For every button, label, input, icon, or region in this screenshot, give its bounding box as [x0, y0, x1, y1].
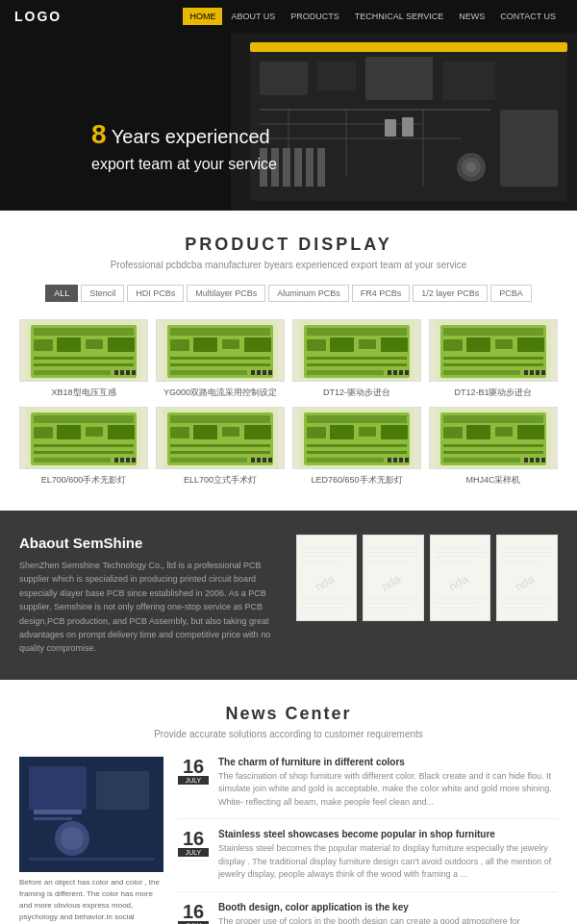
hero-years: 8 — [91, 119, 107, 149]
cert-item: nda — [296, 535, 358, 621]
svg-rect-130 — [443, 444, 543, 447]
filter-tab[interactable]: Stencil — [81, 285, 124, 302]
svg-rect-19 — [283, 148, 290, 187]
svg-rect-45 — [244, 337, 271, 352]
product-item: ELL700立式手术灯 — [156, 407, 285, 487]
svg-point-179 — [61, 827, 84, 850]
filter-tab[interactable]: PCBA — [490, 285, 532, 302]
svg-rect-129 — [517, 425, 544, 439]
nav-link[interactable]: TECHNICAL SERVICE — [348, 8, 451, 25]
nav-link[interactable]: ABOUT US — [224, 8, 282, 25]
product-section-title: PRODUCT DISPLAY — [19, 235, 558, 255]
svg-rect-87 — [108, 425, 135, 439]
news-image-col: Before an object has color and color , t… — [19, 757, 163, 924]
svg-rect-90 — [34, 458, 111, 462]
svg-rect-59 — [381, 337, 408, 352]
svg-rect-36 — [120, 370, 124, 375]
svg-rect-118 — [307, 458, 384, 462]
svg-rect-101 — [244, 425, 271, 439]
news-layout: Before an object has color and color , t… — [19, 757, 558, 924]
svg-rect-56 — [307, 339, 326, 351]
filter-tab[interactable]: FR4 PCBs — [352, 285, 411, 302]
svg-rect-93 — [126, 458, 130, 462]
news-month: JULY — [178, 848, 209, 857]
svg-rect-121 — [399, 458, 403, 462]
svg-rect-76 — [443, 370, 520, 375]
svg-rect-42 — [170, 339, 189, 351]
product-grid: XB18型电压互感 YG000双路电流采用控制设定 DT12-驱动步进台 — [19, 319, 558, 487]
news-item-body: The fascination of shop furniture with d… — [218, 770, 558, 810]
nav-link[interactable]: CONTACT US — [493, 8, 563, 25]
svg-point-16 — [466, 162, 476, 172]
svg-rect-23 — [385, 119, 396, 137]
product-image — [292, 319, 421, 382]
svg-rect-85 — [57, 425, 81, 439]
product-name: EL700/600手术无影灯 — [19, 474, 148, 487]
product-image — [429, 407, 558, 469]
svg-rect-62 — [307, 370, 384, 375]
svg-rect-43 — [193, 337, 217, 352]
about-title: Abaout SemShine — [19, 535, 282, 551]
news-date-box: 16 JULY — [178, 829, 209, 882]
svg-rect-107 — [263, 458, 266, 462]
hero-section: 8 Years experienced export team at your … — [0, 33, 577, 211]
product-image — [292, 407, 421, 469]
svg-rect-5 — [365, 57, 433, 100]
news-item-title: The charm of furniture in different colo… — [218, 757, 558, 767]
svg-rect-50 — [257, 370, 261, 375]
filter-tab[interactable]: ALL — [45, 285, 78, 302]
product-item: EL700/600手术无影灯 — [19, 407, 148, 487]
news-date-box: 16 JULY — [178, 902, 209, 924]
svg-rect-61 — [307, 363, 407, 366]
product-filter-tabs: ALLStencilHDI PCBsMultilayer PCBsAluminu… — [19, 285, 558, 302]
svg-rect-92 — [120, 458, 124, 462]
svg-rect-97 — [170, 415, 270, 423]
svg-rect-20 — [294, 148, 302, 187]
svg-rect-69 — [443, 328, 543, 336]
news-item: 16 JULY Booth design, color application … — [178, 902, 558, 924]
news-day: 16 — [178, 829, 209, 848]
svg-rect-111 — [307, 415, 407, 423]
svg-rect-49 — [251, 370, 255, 375]
svg-rect-103 — [170, 451, 270, 454]
svg-rect-38 — [132, 370, 136, 375]
product-image — [19, 319, 148, 382]
svg-rect-115 — [381, 425, 408, 439]
svg-rect-72 — [495, 339, 513, 349]
product-name: MHJ4C采样机 — [429, 474, 558, 487]
svg-rect-117 — [307, 451, 407, 454]
svg-rect-55 — [307, 328, 407, 336]
news-item-body: The proper use of colors in the booth de… — [218, 915, 558, 924]
svg-rect-64 — [393, 370, 397, 375]
news-day: 16 — [178, 757, 209, 776]
filter-tab[interactable]: Aluminum PCBs — [268, 285, 349, 302]
about-section: Abaout SemShine ShenZhen Semshine Techno… — [0, 511, 577, 680]
svg-rect-106 — [257, 458, 261, 462]
product-name: DT12-B1驱动步进台 — [429, 387, 558, 399]
nav-link[interactable]: NEWS — [452, 8, 491, 25]
svg-rect-108 — [268, 458, 272, 462]
news-day: 16 — [178, 902, 209, 921]
svg-rect-78 — [530, 370, 534, 375]
svg-rect-60 — [307, 357, 407, 360]
news-title: News Center — [19, 704, 558, 724]
filter-tab[interactable]: Multilayer PCBs — [187, 285, 265, 302]
filter-tab[interactable]: HDI PCBs — [127, 285, 184, 302]
cert-item: nda — [496, 535, 558, 621]
news-items-col: 16 JULY The charm of furniture in differ… — [178, 757, 558, 924]
svg-rect-88 — [34, 444, 134, 447]
navigation: LOGO HOMEABOUT USPRODUCTSTECHNICAL SERVI… — [0, 0, 577, 33]
nav-link[interactable]: HOME — [183, 8, 222, 25]
cert-item: nda — [430, 535, 491, 621]
svg-rect-35 — [114, 370, 118, 375]
news-month: JULY — [178, 776, 209, 785]
svg-rect-132 — [443, 458, 520, 462]
nav-link[interactable]: PRODUCTS — [284, 8, 346, 25]
about-certs: nda nda nda nda — [296, 535, 559, 621]
svg-rect-29 — [57, 337, 81, 352]
svg-rect-28 — [34, 339, 53, 351]
svg-rect-86 — [86, 427, 103, 437]
product-item: XB18型电压互感 — [19, 319, 148, 399]
svg-rect-75 — [443, 363, 543, 366]
filter-tab[interactable]: 1/2 layer PCBs — [413, 285, 488, 302]
